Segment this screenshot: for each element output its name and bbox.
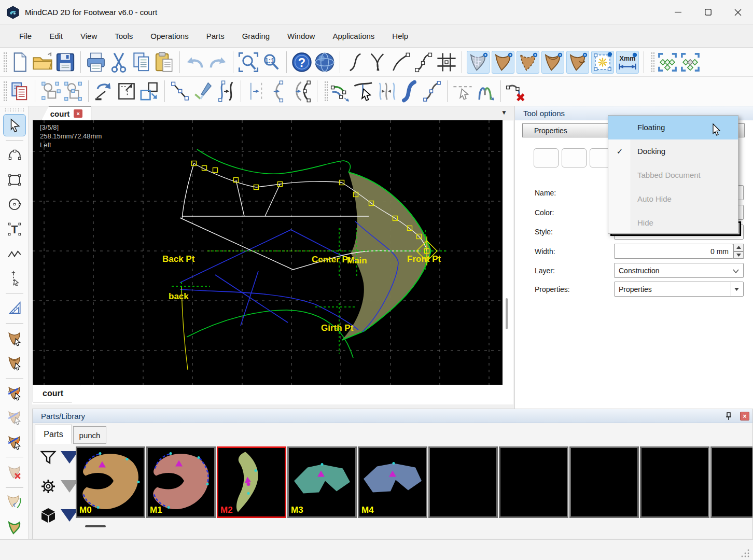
zoom-previous-icon[interactable]: 1:1 <box>260 51 283 74</box>
cut-icon[interactable] <box>107 51 130 74</box>
grid-icon[interactable] <box>435 51 458 74</box>
menu-file[interactable]: File <box>10 29 40 44</box>
edit-segment-icon[interactable] <box>169 80 191 103</box>
select-group-icon[interactable] <box>39 80 62 103</box>
save-icon[interactable] <box>54 51 77 74</box>
bottom-tab-court[interactable]: court <box>33 385 80 402</box>
part-visibility-1-icon[interactable] <box>492 51 514 74</box>
part-offset-tool[interactable] <box>3 492 26 514</box>
parts-horizontal-scrollbar[interactable] <box>85 525 106 527</box>
divider-arrow-icon[interactable] <box>245 80 268 103</box>
rotate-icon[interactable] <box>92 80 115 103</box>
tab-list-dropdown-icon[interactable]: ▼ <box>501 109 507 116</box>
measure-tool[interactable] <box>3 267 26 289</box>
parts-library-header[interactable]: Parts/Library <box>33 409 752 423</box>
arc-tool[interactable] <box>3 144 26 166</box>
part-tool-1[interactable] <box>3 327 26 349</box>
delete-curve-icon[interactable] <box>505 80 527 103</box>
undo-icon[interactable] <box>184 51 206 74</box>
part-edit-tool[interactable] <box>3 382 26 404</box>
merge-curves-icon[interactable] <box>375 80 398 103</box>
tab-parts[interactable]: Parts <box>35 425 72 444</box>
spin-up-icon[interactable] <box>733 244 744 251</box>
view-3d-tool[interactable] <box>39 507 78 524</box>
menu-edit[interactable]: Edit <box>40 29 72 44</box>
resize-icon[interactable] <box>115 80 138 103</box>
thicken-curve-icon[interactable] <box>398 80 421 103</box>
part-thumbnail-m2-selected[interactable]: M2 <box>217 446 286 518</box>
menu-item-docking[interactable]: ✓ Docking <box>608 139 738 163</box>
curve-offset-icon[interactable] <box>214 80 237 103</box>
tab-court[interactable]: court × <box>41 106 91 120</box>
curve-icon[interactable] <box>344 51 367 74</box>
tab-punch[interactable]: punch <box>73 426 106 444</box>
part-thumbnail-empty[interactable] <box>710 446 752 518</box>
part-visibility-4-icon[interactable] <box>566 51 589 74</box>
curve-with-points-icon[interactable] <box>412 51 435 74</box>
part-thumbnail-empty[interactable] <box>499 446 568 518</box>
align-points-1-icon[interactable] <box>656 51 679 74</box>
part-thumbnail-m0[interactable]: M0 <box>76 446 145 518</box>
resize-grip-icon[interactable] <box>741 549 750 558</box>
part-thumbnail-m3[interactable]: M3 <box>287 446 357 518</box>
menu-window[interactable]: Window <box>278 29 324 44</box>
select-tool[interactable] <box>3 114 26 136</box>
part-edit-tool-2[interactable] <box>3 431 26 453</box>
scale-icon[interactable] <box>138 80 161 103</box>
copy-icon[interactable] <box>130 51 153 74</box>
pin-icon[interactable] <box>724 412 733 421</box>
new-document-icon[interactable] <box>8 51 31 74</box>
part-thumbnail-m1[interactable]: M1 <box>146 446 216 518</box>
menu-applications[interactable]: Applications <box>324 29 383 44</box>
part-visibility-2-icon[interactable] <box>517 51 539 74</box>
menu-tools[interactable]: Tools <box>106 29 142 44</box>
style-preset-button-2[interactable] <box>562 148 587 167</box>
menu-item-tabbed-document[interactable]: Tabbed Document <box>608 163 738 187</box>
corner-curves-icon[interactable] <box>329 80 352 103</box>
close-button[interactable] <box>723 0 753 24</box>
print-icon[interactable] <box>85 51 107 74</box>
menu-grading[interactable]: Grading <box>233 29 278 44</box>
menu-item-auto-hide[interactable]: Auto Hide <box>608 187 738 211</box>
open-folder-icon[interactable] <box>31 51 54 74</box>
toolbar-drag-handle[interactable] <box>651 52 654 73</box>
curve-points-icon[interactable] <box>421 80 443 103</box>
last-mesh-visibility-icon[interactable] <box>467 51 490 74</box>
parts-close-icon[interactable]: × <box>740 412 749 421</box>
toolbar-drag-handle[interactable] <box>3 81 7 102</box>
part-thumbnail-m4[interactable]: M4 <box>358 446 427 518</box>
circle-tool[interactable] <box>3 193 26 216</box>
copy-properties-icon[interactable] <box>8 80 31 103</box>
part-edit-tool-faded[interactable] <box>3 407 26 429</box>
hidden-line-cursor-icon[interactable] <box>451 80 474 103</box>
arc-open-icon[interactable] <box>268 80 290 103</box>
arc-icon[interactable] <box>389 51 412 74</box>
part-thumbnail-empty[interactable] <box>640 446 709 518</box>
palette-drag-handle[interactable] <box>4 108 25 111</box>
pick-curve-icon[interactable] <box>352 80 375 103</box>
part-visibility-3-icon[interactable] <box>541 51 564 74</box>
toolbar-drag-handle[interactable] <box>324 81 328 102</box>
menu-operations[interactable]: Operations <box>142 29 197 44</box>
style-preset-button-1[interactable] <box>534 148 559 167</box>
cross-curves-icon[interactable] <box>367 51 389 74</box>
rectangle-tool[interactable] <box>3 169 26 191</box>
paste-icon[interactable] <box>153 51 176 74</box>
text-tool[interactable]: T <box>3 218 26 240</box>
menu-view[interactable]: View <box>72 29 106 44</box>
measure-xmm-icon[interactable]: Xmm <box>616 51 639 74</box>
align-points-2-icon[interactable] <box>679 51 702 74</box>
width-spinner[interactable] <box>733 244 744 259</box>
menu-item-hide[interactable]: Hide <box>608 211 738 234</box>
polyline-tool[interactable] <box>3 242 26 264</box>
minimize-button[interactable] <box>663 0 693 24</box>
spin-down-icon[interactable] <box>733 251 744 259</box>
toolbar-drag-handle[interactable] <box>3 52 7 73</box>
select-group-nodes-icon[interactable] <box>62 80 85 103</box>
part-delete-tool[interactable] <box>3 461 26 483</box>
tab-close-icon[interactable]: × <box>74 109 82 118</box>
help-icon[interactable]: ? <box>290 51 313 74</box>
canvas-vertical-scrollbar[interactable] <box>506 298 508 329</box>
filter-tool[interactable] <box>39 449 78 466</box>
arc-open-double-icon[interactable] <box>290 80 313 103</box>
